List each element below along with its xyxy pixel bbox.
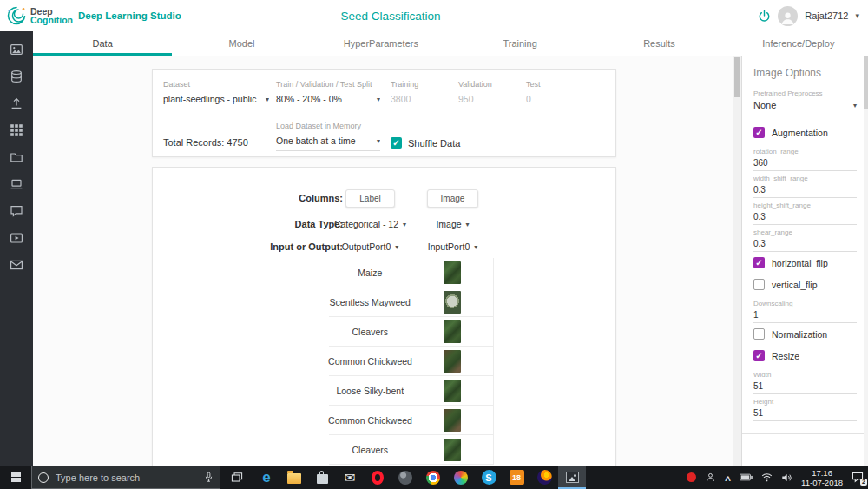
augmentation-checkbox[interactable] [753,127,765,138]
table-row: Loose Silky-bent [153,376,615,406]
shear-range-input[interactable]: 0.3 [753,239,857,252]
app-header: Deep Cognition Deep Learning Studio Seed… [0,0,868,31]
tab-data[interactable]: Data [33,31,172,56]
image-datatype-select[interactable]: Image▾ [436,219,469,229]
chevron-down-icon: ▾ [266,96,269,103]
mail-icon[interactable] [336,466,364,489]
resize-height-input[interactable]: 51 [753,408,857,421]
clock-date: 11-07-2018 [801,478,843,487]
split-label: Train / Validation / Test Split [276,80,380,89]
io-row: Input or Output: OutputPort0▾ InputPort0… [153,235,615,258]
options-scrollbar[interactable] [864,56,868,466]
apps-icon[interactable] [10,123,23,137]
chevron-down-icon: ▾ [853,102,857,109]
vertical-flip-checkbox[interactable] [753,279,765,290]
chevron-down-icon: ▾ [474,243,477,251]
normalization-row: Normalization [753,328,857,340]
clock-time: 17:16 [801,468,843,478]
updates-icon[interactable]: 18 [503,466,530,489]
avatar[interactable] [778,6,798,26]
normalization-checkbox[interactable] [753,328,765,340]
rotation-range-input[interactable]: 360 [753,158,857,171]
dataset-value: plant-seedlings - public [163,94,256,104]
username[interactable]: Rajat2712 [805,10,848,21]
augmentation-label: Augmentation [772,128,828,138]
validation-label: Validation [458,80,516,89]
input-port-select[interactable]: InputPort0▾ [428,241,477,252]
volume-icon[interactable] [781,472,792,483]
resize-width-input[interactable]: 51 [753,381,857,394]
action-center-icon[interactable]: 2 [852,472,864,483]
tab-results[interactable]: Results [589,31,728,56]
skype-icon[interactable] [475,466,503,489]
file-explorer-icon[interactable] [280,466,308,489]
chevron-down-icon[interactable]: ▾ [855,11,859,20]
dataset-label: Dataset [163,80,269,89]
load-dataset-select[interactable]: One batch at a time ▾ [276,135,380,151]
chevron-up-icon[interactable]: ^ [725,474,731,486]
tab-hyperparameters[interactable]: HyperParameters [312,31,450,56]
power-icon[interactable] [758,10,771,23]
firefox-icon[interactable] [530,466,558,489]
seedling-thumbnail [444,409,461,432]
label-datatype-select[interactable]: Categorical - 12▾ [334,219,406,229]
battery-icon[interactable] [740,473,753,481]
photos-icon[interactable] [558,466,586,489]
opera-icon[interactable] [364,466,391,489]
chat-icon[interactable] [10,204,23,218]
tab-model[interactable]: Model [172,31,311,56]
start-button[interactable] [0,466,31,489]
scrollbar-thumb[interactable] [734,57,740,97]
upload-icon[interactable] [10,96,23,110]
vertical-scrollbar[interactable] [733,56,741,466]
row-label: Common Chickweed [328,356,412,367]
resize-checkbox[interactable] [753,350,765,361]
row-label: Common Chickweed [328,415,412,426]
tray-red-icon[interactable] [687,472,696,482]
notification-badge: 2 [860,479,867,486]
chrome-icon[interactable] [419,466,447,489]
tab-training[interactable]: Training [450,31,589,56]
output-port-select[interactable]: OutputPort0▾ [342,241,399,252]
videos-icon[interactable] [10,231,23,245]
wifi-icon[interactable] [761,472,773,482]
width-shift-input[interactable]: 0.3 [753,185,857,198]
height-shift-input[interactable]: 0.3 [753,212,857,225]
split-select[interactable]: 80% - 20% - 0% ▾ [276,93,380,109]
seedling-thumbnail [444,350,461,373]
columns-panel: Columns: Label Image Data Type: Categori… [152,167,616,466]
pretrained-select[interactable]: None ▾ [753,100,857,116]
downscaling-input[interactable]: 1 [753,310,857,323]
options-title: Image Options [753,67,857,79]
mail-icon[interactable] [10,258,23,272]
label-column-chip[interactable]: Label [345,189,394,208]
store-icon[interactable] [308,466,336,489]
test-count-field: 0 [526,93,569,109]
taskbar-search[interactable]: Type here to search [31,466,220,489]
taskbar-clock[interactable]: 17:16 11-07-2018 [801,468,843,487]
load-dataset-label: Load Dataset in Memory [276,122,380,130]
datasets-icon[interactable] [10,69,23,83]
horizontal-flip-checkbox[interactable] [753,257,765,268]
people-icon[interactable] [705,472,716,483]
deep-cognition-logo[interactable]: Deep Cognition [5,4,73,27]
task-view-icon[interactable] [231,472,243,484]
resize-label: Resize [772,351,799,361]
microphone-icon[interactable] [204,472,214,483]
image-column-chip[interactable]: Image [427,189,479,208]
tab-inference-deploy[interactable]: Inference/Deploy [729,31,868,56]
windows-icon [11,472,21,482]
training-label: Training [391,80,448,89]
projects-icon[interactable] [10,150,23,164]
palette-icon[interactable] [447,466,475,489]
resize-height-field: Height 51 [753,399,857,421]
images-icon[interactable] [10,43,23,56]
devices-icon[interactable] [10,177,23,191]
dataset-select[interactable]: plant-seedlings - public ▾ [163,93,269,109]
gimp-icon[interactable] [391,466,419,489]
edge-icon[interactable] [253,466,280,489]
split-value: 80% - 20% - 0% [276,94,342,104]
shuffle-data-label: Shuffle Data [408,138,460,149]
vertical-flip-row: vertical_flip [753,279,857,290]
shuffle-data-checkbox[interactable] [391,137,402,149]
